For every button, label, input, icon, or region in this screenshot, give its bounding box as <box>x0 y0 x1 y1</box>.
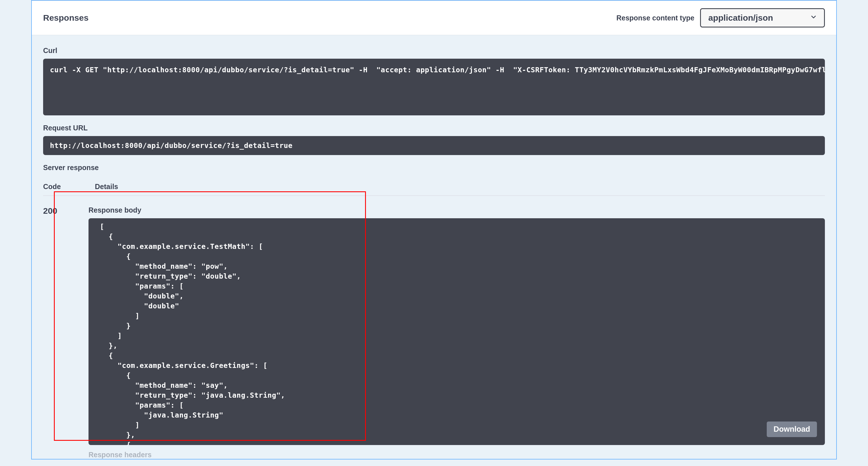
request-url-value[interactable]: http://localhost:8000/api/dubbo/service/… <box>43 136 825 155</box>
response-body[interactable]: [ { "com.example.service.TestMath": [ { … <box>89 218 825 445</box>
content-type-label: Response content type <box>616 14 694 22</box>
responses-header: Responses Response content type applicat… <box>32 1 836 35</box>
request-url-label: Request URL <box>43 124 825 132</box>
server-response-label: Server response <box>43 164 825 172</box>
download-button[interactable]: Download <box>767 422 817 437</box>
curl-command[interactable]: curl -X GET "http://localhost:8000/api/d… <box>43 59 825 115</box>
response-table-header: Code Details <box>43 176 825 196</box>
response-row: 200 Response body [ { "com.example.servi… <box>43 196 825 459</box>
col-details: Details <box>95 182 118 191</box>
col-code: Code <box>43 182 61 191</box>
chevron-down-icon <box>810 13 817 23</box>
response-code: 200 <box>43 206 69 459</box>
curl-label: Curl <box>43 46 825 55</box>
content-type-value: application/json <box>708 13 773 23</box>
content-type-select[interactable]: application/json <box>700 8 825 28</box>
response-headers-label: Response headers <box>89 451 825 459</box>
response-body-label: Response body <box>89 206 825 214</box>
responses-title: Responses <box>43 13 89 23</box>
